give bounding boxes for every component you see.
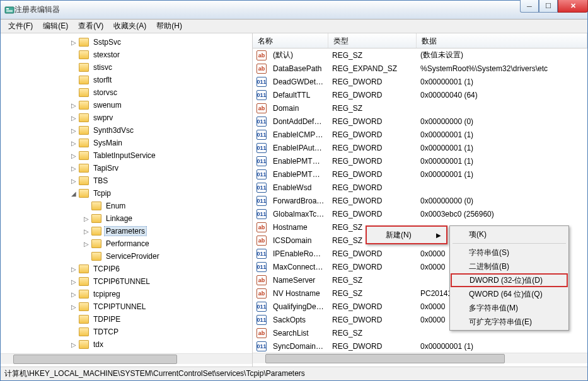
tree-item[interactable]: ▷tcpipreg (32, 288, 252, 300)
tree-item[interactable]: ▷Linkage (32, 212, 252, 225)
expander-icon[interactable]: ▷ (83, 228, 90, 235)
tree-item[interactable]: ▷Synth3dVsc (32, 124, 252, 137)
tree-item[interactable]: stisvc (32, 61, 252, 74)
tree-item-label: Tcpip (91, 188, 113, 198)
expander-icon[interactable]: ▷ (70, 152, 78, 159)
tree-item[interactable]: ▷TCPIP6 (32, 263, 252, 275)
folder-icon (79, 101, 89, 110)
titlebar[interactable]: 注册表编辑器 ─ ☐ ✕ (1, 1, 587, 20)
context-item-expandstring[interactable]: 可扩充字符串值(E) (451, 315, 567, 329)
expander-icon[interactable]: ▷ (83, 241, 90, 247)
tree-item[interactable]: ▷SstpSvc (32, 36, 252, 48)
tree-item[interactable]: ▷SysMain (32, 137, 252, 149)
expander-icon[interactable]: ▷ (70, 178, 78, 185)
context-item-qword[interactable]: QWORD (64 位)值(Q) (451, 287, 567, 301)
tree-item[interactable]: storvsc (32, 86, 252, 99)
menu-help[interactable]: 帮助(H) (151, 20, 187, 33)
string-value-icon: ab (257, 64, 267, 74)
expander-icon[interactable]: ▷ (70, 341, 78, 348)
value-row[interactable]: 011EnableIPAutoC...REG_DWORD0x00000001 (… (253, 141, 587, 154)
value-row[interactable]: ab(默认)REG_SZ(数值未设置) (253, 48, 587, 62)
value-row[interactable]: 011EnablePMTUB...REG_DWORD0x00000001 (1) (253, 154, 587, 168)
dword-value-icon: 011 (257, 169, 267, 179)
context-item-new[interactable]: 新建(N) ▶ (368, 228, 445, 242)
tree-item[interactable]: ▷TBS (32, 174, 252, 187)
list-hscrollbar[interactable] (253, 353, 587, 363)
tree-item[interactable]: ServiceProvider (32, 250, 252, 263)
value-name: GlobalmaxTcp ... (269, 208, 328, 220)
tree-item[interactable]: ▷tdx (32, 338, 252, 351)
expander-icon[interactable]: ▷ (70, 39, 78, 46)
value-row[interactable]: 011DontAddDefau...REG_DWORD0x00000000 (0… (253, 115, 587, 128)
expander-icon[interactable]: ▷ (70, 165, 78, 172)
menu-edit[interactable]: 编辑(E) (38, 20, 73, 33)
tree-item[interactable]: ▷Parameters (32, 225, 252, 237)
tree-item[interactable]: ◢Tcpip (32, 187, 252, 200)
tree-pane[interactable]: ▷SstpSvcstexstorstisvcstorfltstorvsc▷swe… (1, 33, 253, 367)
tree-item-label: ServiceProvider (104, 251, 161, 261)
expander-icon[interactable]: ▷ (70, 140, 78, 147)
tree-item[interactable]: ▷Performance (32, 237, 252, 250)
tree-item-label: stisvc (91, 62, 114, 72)
tree-item[interactable]: storflt (32, 74, 252, 86)
expander-icon[interactable]: ▷ (70, 102, 78, 109)
tree-item[interactable]: stexstor (32, 48, 252, 61)
expander-icon[interactable]: ▷ (70, 127, 78, 134)
tree-item-label: TDPIPE (91, 314, 122, 324)
tree-item[interactable]: ▷TCPIPTUNNEL (32, 300, 252, 313)
tree-hscrollbar[interactable] (1, 353, 252, 364)
column-name[interactable]: 名称 (253, 33, 328, 48)
context-item-binary[interactable]: 二进制值(B) (451, 259, 567, 273)
maximize-button[interactable]: ☐ (539, 0, 558, 13)
window-controls: ─ ☐ ✕ (520, 0, 588, 13)
folder-icon (79, 76, 89, 84)
value-type: REG_DWORD (328, 156, 417, 167)
value-row[interactable]: 011EnableWsdREG_DWORD (253, 181, 587, 194)
status-path: 计算机\HKEY_LOCAL_MACHINE\SYSTEM\CurrentCon… (4, 368, 305, 379)
tree-item[interactable]: ▷TCPIP6TUNNEL (32, 275, 252, 288)
tree-item[interactable]: ▷swenum (32, 99, 252, 111)
minimize-button[interactable]: ─ (520, 0, 539, 13)
value-type: REG_DWORD (328, 195, 417, 207)
value-name: NameServer (269, 275, 328, 286)
tree-item[interactable]: TDTCP (32, 326, 252, 338)
value-row[interactable]: abDomainREG_SZ (253, 101, 587, 115)
value-row[interactable]: 011DeadGWDetec...REG_DWORD0x00000001 (1) (253, 75, 587, 88)
context-item-multistring[interactable]: 多字符串值(M) (451, 301, 567, 315)
value-row[interactable]: 011SyncDomainWi...REG_DWORD0x00000001 (1… (253, 339, 587, 353)
expander-icon[interactable]: ▷ (70, 266, 78, 273)
dword-value-icon: 011 (257, 183, 267, 193)
expander-icon[interactable]: ▷ (83, 215, 90, 222)
value-name: MaxConnectio... (269, 261, 328, 273)
menu-view[interactable]: 查看(V) (73, 20, 108, 33)
column-type[interactable]: 类型 (328, 33, 417, 48)
value-name: SackOpts (269, 314, 328, 326)
svg-rect-1 (6, 8, 9, 9)
context-item-string[interactable]: 字符串值(S) (451, 246, 567, 259)
column-data[interactable]: 数据 (417, 33, 587, 48)
dword-value-icon: 011 (257, 77, 267, 87)
value-row[interactable]: 011EnablePMTUDi...REG_DWORD0x00000001 (1… (253, 168, 587, 181)
value-row[interactable]: 011ForwardBroad...REG_DWORD0x00000000 (0… (253, 194, 587, 207)
value-type: REG_DWORD (328, 314, 417, 326)
value-row[interactable]: 011GlobalmaxTcp ...REG_DWORD0x0003ebc0 (… (253, 207, 587, 220)
value-row[interactable]: 011EnableICMPRe...REG_DWORD0x00000001 (1… (253, 128, 587, 141)
menu-favorites[interactable]: 收藏夹(A) (108, 20, 151, 33)
context-item-dword[interactable]: DWORD (32-位)值(D) (451, 273, 568, 287)
app-icon (4, 5, 14, 15)
expander-icon[interactable]: ▷ (70, 304, 78, 310)
close-button[interactable]: ✕ (558, 0, 588, 13)
expander-icon[interactable]: ▷ (70, 291, 78, 298)
tree-item[interactable]: TDPIPE (32, 313, 252, 326)
expander-icon[interactable]: ▷ (70, 115, 78, 122)
expander-icon[interactable]: ▷ (70, 278, 78, 285)
value-row[interactable]: abDataBasePathREG_EXPAND_SZ%SystemRoot%\… (253, 62, 587, 75)
menu-file[interactable]: 文件(F) (3, 20, 38, 33)
context-item-key[interactable]: 项(K) (451, 227, 567, 241)
value-row[interactable]: 011DefaultTTLREG_DWORD0x00000040 (64) (253, 88, 587, 101)
tree-item[interactable]: ▷swprv (32, 111, 252, 124)
tree-item[interactable]: ▷TabletInputService (32, 149, 252, 162)
expander-icon[interactable]: ◢ (70, 190, 78, 197)
tree-item[interactable]: ▷TapiSrv (32, 162, 252, 174)
tree-item[interactable]: Enum (32, 200, 252, 212)
